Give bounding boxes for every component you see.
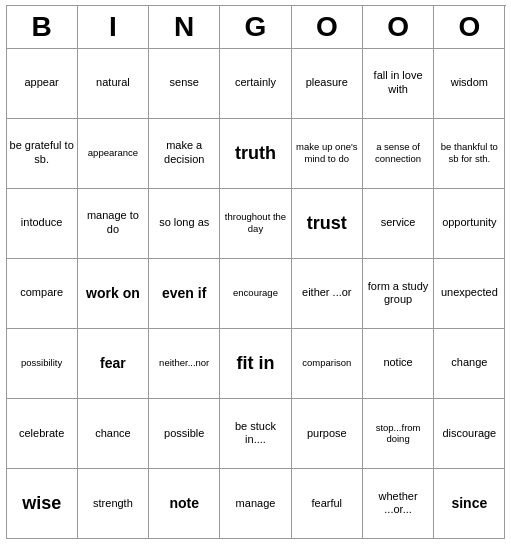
bingo-cell: be stuck in.... bbox=[220, 399, 291, 469]
bingo-grid: appearnaturalsensecertainlypleasurefall … bbox=[6, 49, 506, 539]
header-letter: O bbox=[292, 6, 363, 49]
header-letter: I bbox=[78, 6, 149, 49]
bingo-cell: possibility bbox=[7, 329, 78, 399]
header-letter: O bbox=[363, 6, 434, 49]
bingo-cell: opportunity bbox=[434, 189, 505, 259]
header-letter: G bbox=[220, 6, 291, 49]
bingo-cell: neither...nor bbox=[149, 329, 220, 399]
bingo-cell: so long as bbox=[149, 189, 220, 259]
bingo-cell: either ...or bbox=[292, 259, 363, 329]
bingo-cell: chance bbox=[78, 399, 149, 469]
bingo-cell: encourage bbox=[220, 259, 291, 329]
bingo-cell: wise bbox=[7, 469, 78, 539]
bingo-cell: celebrate bbox=[7, 399, 78, 469]
bingo-cell: service bbox=[363, 189, 434, 259]
bingo-cell: whether ...or... bbox=[363, 469, 434, 539]
bingo-cell: make up one's mind to do bbox=[292, 119, 363, 189]
bingo-cell: possible bbox=[149, 399, 220, 469]
bingo-cell: pleasure bbox=[292, 49, 363, 119]
bingo-cell: strength bbox=[78, 469, 149, 539]
bingo-cell: fear bbox=[78, 329, 149, 399]
bingo-cell: work on bbox=[78, 259, 149, 329]
bingo-cell: discourage bbox=[434, 399, 505, 469]
bingo-header: BINGOOO bbox=[6, 5, 506, 49]
bingo-cell: comparison bbox=[292, 329, 363, 399]
bingo-cell: a sense of connection bbox=[363, 119, 434, 189]
bingo-cell: trust bbox=[292, 189, 363, 259]
bingo-cell: intoduce bbox=[7, 189, 78, 259]
bingo-cell: throughout the day bbox=[220, 189, 291, 259]
bingo-cell: manage to do bbox=[78, 189, 149, 259]
header-letter: O bbox=[434, 6, 505, 49]
bingo-cell: stop...from doing bbox=[363, 399, 434, 469]
bingo-cell: certainly bbox=[220, 49, 291, 119]
bingo-cell: natural bbox=[78, 49, 149, 119]
bingo-cell: appearance bbox=[78, 119, 149, 189]
bingo-cell: wisdom bbox=[434, 49, 505, 119]
bingo-card: BINGOOO appearnaturalsensecertainlypleas… bbox=[6, 5, 506, 539]
bingo-cell: fearful bbox=[292, 469, 363, 539]
bingo-cell: even if bbox=[149, 259, 220, 329]
bingo-cell: be grateful to sb. bbox=[7, 119, 78, 189]
bingo-cell: sense bbox=[149, 49, 220, 119]
bingo-cell: since bbox=[434, 469, 505, 539]
bingo-cell: appear bbox=[7, 49, 78, 119]
bingo-cell: form a study group bbox=[363, 259, 434, 329]
bingo-cell: note bbox=[149, 469, 220, 539]
bingo-cell: manage bbox=[220, 469, 291, 539]
bingo-cell: make a decision bbox=[149, 119, 220, 189]
bingo-cell: compare bbox=[7, 259, 78, 329]
header-letter: N bbox=[149, 6, 220, 49]
bingo-cell: notice bbox=[363, 329, 434, 399]
bingo-cell: purpose bbox=[292, 399, 363, 469]
header-letter: B bbox=[7, 6, 78, 49]
bingo-cell: truth bbox=[220, 119, 291, 189]
bingo-cell: fall in love with bbox=[363, 49, 434, 119]
bingo-cell: change bbox=[434, 329, 505, 399]
bingo-cell: be thankful to sb for sth. bbox=[434, 119, 505, 189]
bingo-cell: fit in bbox=[220, 329, 291, 399]
bingo-cell: unexpected bbox=[434, 259, 505, 329]
